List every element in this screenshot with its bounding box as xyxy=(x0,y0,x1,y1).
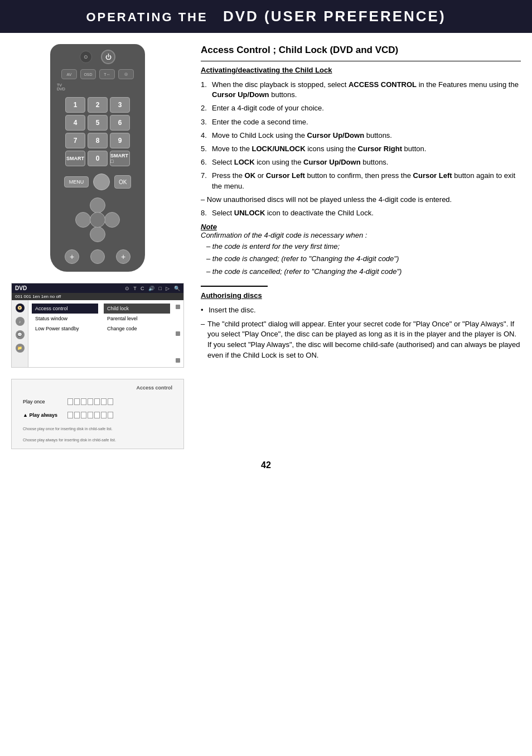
remote-tt-btn[interactable]: T↔ xyxy=(99,69,115,79)
remote-btn-2[interactable]: 2 xyxy=(88,97,108,113)
menu-right-col: Child lock Parental level Change code xyxy=(104,304,170,364)
remote-btn-7[interactable]: 7 xyxy=(65,133,85,148)
access-hint-2: Choose play always for inserting disk in… xyxy=(23,437,172,443)
note-dash-3: the code is cancelled; (refer to "Changi… xyxy=(201,267,521,277)
note-dash-1: the code is enterd for the very first ti… xyxy=(201,242,521,252)
step-2: 2. Enter a 4-digit code of your choice. xyxy=(201,103,521,113)
remote-circle-btn[interactable]: ◎ xyxy=(118,69,134,79)
note-section: Note Confirmation of the 4-digit code is… xyxy=(201,223,521,277)
code-box-5 xyxy=(94,398,100,405)
remote-vol-plus-right[interactable]: + xyxy=(116,249,130,264)
note-dashes-list: the code is enterd for the very first ti… xyxy=(201,242,521,277)
note-dash-2: the code is changed; (refer to "Changing… xyxy=(201,254,521,264)
code-box-a1 xyxy=(67,412,73,418)
scroll-up xyxy=(176,305,180,309)
menu-body: 📀 ♪ 💬 📁 Access control Status window Low… xyxy=(12,300,183,367)
play-always-code-boxes xyxy=(67,412,113,418)
remote-volume-row: + + xyxy=(65,249,130,264)
remote-osd-btn[interactable]: OSD xyxy=(80,69,96,79)
section-title: Access Control ; Child Lock (DVD and VCD… xyxy=(201,44,521,56)
scroll-thumb xyxy=(176,331,180,336)
menu-values-row: 001 001 1en 1en no off xyxy=(12,293,183,300)
step-7: 7. Press the OK or Cursor Left button to… xyxy=(201,171,521,191)
remote-dpad-left[interactable] xyxy=(75,212,91,228)
code-box-a4 xyxy=(88,412,93,418)
remote-numpad: 1 2 3 4 5 6 7 8 9 SMART 0 SMART □ xyxy=(65,97,130,166)
dvd-label: DVD xyxy=(57,87,65,91)
remote-btn-3[interactable]: 3 xyxy=(110,97,130,113)
page-number: 42 xyxy=(0,460,532,481)
remote-dpad-right[interactable] xyxy=(104,212,120,228)
remote-icon-row: AV OSD T↔ ◎ xyxy=(61,69,134,79)
step-1: 1. When the disc playback is stopped, se… xyxy=(201,80,521,100)
remote-illustration: ⊙ ⏻ AV OSD T↔ ◎ TV DVD 1 xyxy=(11,44,184,272)
code-box-a3 xyxy=(81,412,86,418)
header-prefix: Operating the xyxy=(86,10,207,24)
page-header: Operating the DVD (User Preference) xyxy=(0,0,532,33)
menu-left-col: Access control Status window Low Power s… xyxy=(32,304,98,364)
menu-scrollbar xyxy=(176,304,180,364)
instructions-list: 1. When the disc playback is stopped, se… xyxy=(201,80,521,218)
remote-dpad-down[interactable] xyxy=(90,227,105,242)
remote-btn-0[interactable]: 0 xyxy=(88,151,108,166)
code-box-a6 xyxy=(101,412,107,418)
play-always-text: ▲ Play always xyxy=(23,412,62,418)
remote-btn-smart-r[interactable]: SMART □ xyxy=(110,151,130,166)
code-box-a5 xyxy=(94,412,100,418)
access-hint-1: Choose play once for inserting disk in c… xyxy=(23,426,172,432)
menu-screenshot: DVD ⊙ T C 🔊 □ ▷ 🔍 001 001 1en 1en no off… xyxy=(11,283,184,368)
code-box-1 xyxy=(67,398,73,405)
section-divider xyxy=(201,61,521,61)
authorising-step-1: Insert the disc. xyxy=(201,305,521,316)
menu-sidebar: 📀 ♪ 💬 📁 xyxy=(12,300,28,367)
play-always-row: ▲ Play always xyxy=(23,410,172,421)
menu-item-child-lock[interactable]: Child lock xyxy=(104,304,170,314)
remote-vol-plus-left[interactable]: + xyxy=(65,249,79,264)
remote-dpad xyxy=(75,198,120,242)
menu-header-bar: DVD ⊙ T C 🔊 □ ▷ 🔍 xyxy=(12,283,183,293)
menu-content: Access control Status window Low Power s… xyxy=(28,300,183,367)
menu-item-parental-level[interactable]: Parental level xyxy=(104,314,170,324)
code-box-6 xyxy=(101,398,107,405)
play-once-text: Play once xyxy=(23,399,62,405)
menu-item-low-power[interactable]: Low Power standby xyxy=(32,324,98,334)
remote-center-btn[interactable] xyxy=(90,249,105,264)
remote-control: ⊙ ⏻ AV OSD T↔ ◎ TV DVD 1 xyxy=(50,44,145,272)
note-text: Confirmation of the 4-digit code is nece… xyxy=(201,231,521,239)
code-box-3 xyxy=(81,398,86,405)
step-3: 3. Enter the code a second time. xyxy=(201,117,521,127)
access-control-header: Access control xyxy=(17,385,178,391)
right-column: Access Control ; Child Lock (DVD and VCD… xyxy=(195,44,521,449)
remote-btn-4[interactable]: 4 xyxy=(65,115,85,131)
menu-icon-row: ⊙ T C 🔊 □ ▷ 🔍 xyxy=(125,286,180,291)
remote-btn-9[interactable]: 9 xyxy=(110,133,130,148)
menu-item-change-code[interactable]: Change code xyxy=(104,324,170,334)
step-7-note: – Now unauthorised discs will not be pla… xyxy=(201,195,521,205)
remote-btn-smart-l[interactable]: SMART xyxy=(65,151,85,166)
play-always-label: ▲ Play always xyxy=(23,412,62,418)
step-6: 6. Select LOCK icon using the Cursor Up/… xyxy=(201,157,521,167)
remote-dpad-center[interactable] xyxy=(90,212,105,228)
remote-function-btn: ⊙ xyxy=(80,51,92,63)
remote-left-pad[interactable] xyxy=(93,174,110,190)
sidebar-folder-icon: 📁 xyxy=(16,344,25,353)
remote-menu-btn[interactable]: MENU xyxy=(64,176,89,187)
remote-btn-8[interactable]: 8 xyxy=(88,133,108,148)
tv-label: TV xyxy=(57,83,62,87)
remote-ok-btn[interactable]: OK xyxy=(114,175,131,189)
remote-power-btn[interactable]: ⏻ xyxy=(101,50,115,64)
remote-btn-1[interactable]: 1 xyxy=(65,97,85,113)
code-box-a2 xyxy=(74,412,80,418)
menu-item-status-window[interactable]: Status window xyxy=(32,314,98,324)
sidebar-music-icon: ♪ xyxy=(16,317,25,326)
remote-dpad-up[interactable] xyxy=(90,198,105,213)
authorising-divider xyxy=(201,286,268,287)
menu-item-access-control[interactable]: Access control xyxy=(32,304,98,314)
remote-av-btn[interactable]: AV xyxy=(61,69,77,79)
step-5: 5. Move to the LOCK/UNLOCK icons using t… xyxy=(201,144,521,154)
remote-menu-ok-row: MENU OK xyxy=(64,174,132,190)
remote-btn-6[interactable]: 6 xyxy=(110,115,130,131)
remote-top-row: ⊙ ⏻ xyxy=(80,50,115,64)
code-box-4 xyxy=(88,398,93,405)
remote-btn-5[interactable]: 5 xyxy=(88,115,108,131)
